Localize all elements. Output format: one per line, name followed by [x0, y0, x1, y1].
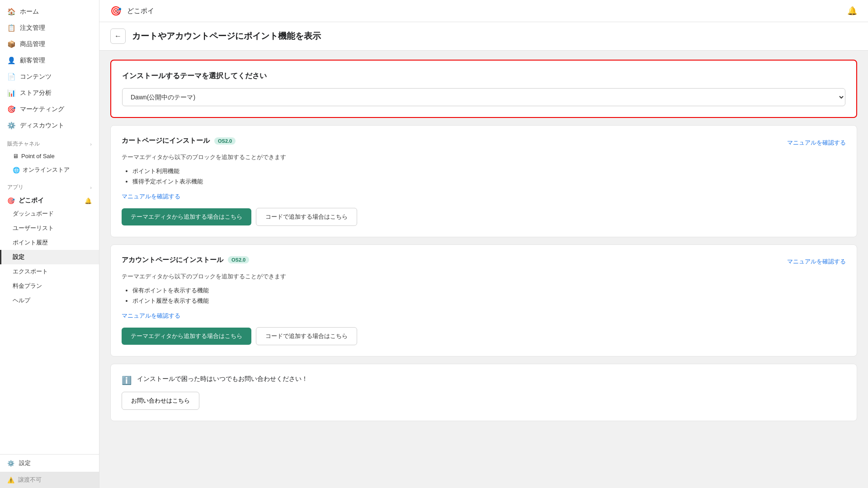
customers-icon: 👤: [7, 56, 15, 65]
sidebar-item-content[interactable]: 📄 コンテンツ: [0, 69, 99, 85]
cart-feature-2: 獲得予定ポイント表示機能: [132, 176, 846, 187]
cart-code-button[interactable]: コードで追加する場合はこちら: [256, 208, 357, 226]
account-manual-link[interactable]: マニュアルを確認する: [122, 312, 180, 320]
cart-feature-1: ポイント利用機能: [132, 166, 846, 176]
account-os-badge: OS2.0: [228, 256, 249, 263]
account-card-title-row: アカウントページにインストール OS2.0: [122, 256, 249, 264]
support-card: ℹ️ インストールで困った時はいつでもお問い合わせください！ お問い合わせはこち…: [110, 364, 857, 421]
account-install-card: アカウントページにインストール OS2.0 マニュアルを確認する テーマエディタ…: [110, 244, 857, 357]
sidebar-item-marketing[interactable]: 🎯 マーケティング: [0, 101, 99, 117]
app-emoji-icon: 🎯: [7, 197, 15, 204]
support-info-text: インストールで困った時はいつでもお問い合わせください！: [137, 375, 308, 383]
main-content: 🎯 どこポイ 🔔 ← カートやアカウントページにポイント機能を表示 インストール…: [99, 0, 868, 488]
pos-icon: 🖥: [13, 153, 19, 160]
sidebar-item-export[interactable]: エクスポート: [0, 264, 99, 279]
topbar-app-icon: 🎯: [110, 5, 122, 16]
info-icon: ℹ️: [122, 375, 132, 385]
account-manual-link-top[interactable]: マニュアルを確認する: [787, 258, 846, 266]
bell-icon[interactable]: 🔔: [85, 197, 92, 204]
page-title: カートやアカウントページにポイント機能を表示: [132, 30, 321, 42]
sidebar-item-home[interactable]: 🏠 ホーム: [0, 4, 99, 20]
account-description: テーマエディタから以下のブロックを追加することができます: [122, 272, 846, 281]
cart-theme-editor-button[interactable]: テーマエディタから追加する場合はこちら: [122, 208, 251, 225]
sidebar-item-online-store[interactable]: 🌐 オンラインストア: [0, 163, 99, 177]
topbar-bell-icon[interactable]: 🔔: [847, 6, 857, 16]
account-card-header: アカウントページにインストール OS2.0 マニュアルを確認する: [122, 256, 846, 268]
sidebar-item-analytics[interactable]: 📊 ストア分析: [0, 85, 99, 101]
online-store-icon: 🌐: [13, 167, 20, 174]
sidebar-item-pos[interactable]: 🖥 Point of Sale: [0, 150, 99, 163]
account-features-list: 保有ポイントを表示する機能 ポイント履歴を表示する機能: [122, 285, 846, 306]
content-area: インストールするテーマを選択してください Dawn(公開中のテーマ) カートペー…: [99, 51, 868, 430]
account-feature-2: ポイント履歴を表示する機能: [132, 296, 846, 306]
sidebar: 🏠 ホーム 📋 注文管理 📦 商品管理 👤 顧客管理 📄 コンテンツ 📊 ストア…: [0, 0, 99, 488]
cart-manual-link-top[interactable]: マニュアルを確認する: [787, 139, 846, 147]
settings-icon: ⚙️: [7, 460, 14, 467]
cart-install-card: カートページにインストール OS2.0 マニュアルを確認する テーマエディタから…: [110, 125, 857, 237]
home-icon: 🏠: [7, 8, 15, 16]
sidebar-item-products[interactable]: 📦 商品管理: [0, 36, 99, 52]
topbar: 🎯 どこポイ 🔔: [99, 0, 868, 22]
products-icon: 📦: [7, 40, 15, 48]
apps-chevron-icon: ›: [90, 185, 92, 190]
back-button[interactable]: ←: [110, 28, 126, 44]
sidebar-item-help[interactable]: ヘルプ: [0, 293, 99, 308]
orders-icon: 📋: [7, 24, 15, 32]
sidebar-item-pricing[interactable]: 料金プラン: [0, 279, 99, 293]
sidebar-item-dashboard[interactable]: ダッシュボード: [0, 206, 99, 221]
marketing-icon: 🎯: [7, 105, 15, 113]
cart-os-badge: OS2.0: [214, 137, 236, 145]
account-code-button[interactable]: コードで追加する場合はこちら: [256, 327, 357, 345]
sidebar-item-point-history[interactable]: ポイント履歴: [0, 235, 99, 250]
discounts-icon: ⚙️: [7, 122, 15, 130]
sidebar-item-discounts[interactable]: ⚙️ ディスカウント: [0, 117, 99, 134]
cart-manual-link[interactable]: マニュアルを確認する: [122, 192, 180, 201]
support-info-box: ℹ️ インストールで困った時はいつでもお問い合わせください！: [122, 375, 846, 385]
chevron-icon: ›: [90, 141, 92, 147]
sidebar-unavailable: ⚠️ 譲渡不可: [0, 472, 99, 488]
app-label: 🎯 どこポイ 🔔: [0, 193, 99, 206]
sidebar-bottom-settings[interactable]: ⚙️ 設定: [0, 455, 99, 472]
topbar-right: 🔔: [847, 6, 857, 16]
theme-select[interactable]: Dawn(公開中のテーマ): [122, 88, 845, 106]
cart-card-title-row: カートページにインストール OS2.0: [122, 136, 236, 145]
theme-selector-title: インストールするテーマを選択してください: [122, 71, 845, 81]
warning-icon: ⚠️: [7, 477, 14, 483]
cart-description: テーマエディタから以下のブロックを追加することができます: [122, 153, 846, 161]
sidebar-item-customers[interactable]: 👤 顧客管理: [0, 52, 99, 69]
page-header: ← カートやアカウントページにポイント機能を表示: [99, 22, 868, 51]
content-icon: 📄: [7, 73, 15, 81]
back-arrow-icon: ←: [114, 32, 122, 40]
cart-actions: テーマエディタから追加する場合はこちら コードで追加する場合はこちら: [122, 208, 846, 226]
sidebar-item-user-list[interactable]: ユーザーリスト: [0, 221, 99, 235]
sales-channel-section: 販売チャネル ›: [0, 134, 99, 150]
analytics-icon: 📊: [7, 89, 15, 97]
contact-button[interactable]: お問い合わせはこちら: [122, 392, 199, 410]
apps-section: アプリ ›: [0, 177, 99, 193]
account-theme-editor-button[interactable]: テーマエディタから追加する場合はこちら: [122, 328, 251, 345]
sidebar-item-orders[interactable]: 📋 注文管理: [0, 20, 99, 36]
theme-selector-card: インストールするテーマを選択してください Dawn(公開中のテーマ): [110, 60, 857, 118]
account-actions: テーマエディタから追加する場合はこちら コードで追加する場合はこちら: [122, 327, 846, 345]
sidebar-bottom: ⚙️ 設定 ⚠️ 譲渡不可: [0, 454, 99, 488]
cart-features-list: ポイント利用機能 獲得予定ポイント表示機能: [122, 166, 846, 187]
account-feature-1: 保有ポイントを表示する機能: [132, 285, 846, 296]
sidebar-item-settings[interactable]: 設定: [0, 250, 99, 264]
cart-card-header: カートページにインストール OS2.0 マニュアルを確認する: [122, 136, 846, 149]
